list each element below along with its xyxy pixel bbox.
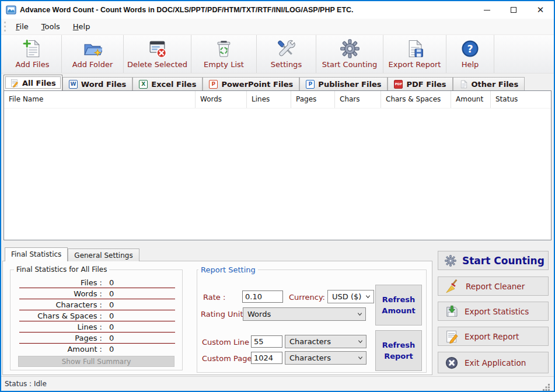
tab-label: Excel Files [151,80,196,89]
tab-general-settings[interactable]: General Settings [68,249,139,261]
bottom-panel: Final Statistics General Settings Final … [1,244,554,376]
rate-label: Rate : [203,293,225,302]
stat-row-lines: Lines : 0 [19,321,175,332]
rating-unit-value: Words [247,310,271,318]
maximize-icon [511,7,516,13]
table-body-empty[interactable] [4,108,551,240]
stat-value: 0 [109,345,114,354]
settings-button[interactable]: Settings [257,35,316,73]
stat-row-chars-spaces: Chars & Spaces : 0 [19,310,175,321]
report-setting-group: Report Setting Rate : Currency: USD ($) … [197,265,427,373]
stat-label: Chars & Spaces : [19,312,102,320]
toolbar-button-label: Delete Selected [127,60,187,69]
custom-line-unit-select[interactable]: Characters [285,335,366,348]
empty-list-button[interactable]: Empty List [191,35,257,73]
close-icon: ✕ [537,6,544,15]
toolbar-button-label: Start Counting [322,60,378,69]
custom-line-label: Custom Line : [202,338,254,346]
status-text: Status : Idle [5,380,47,388]
other-files-icon [459,80,468,89]
delete-selected-button[interactable]: Delete Selected [124,35,191,73]
table-header: File Name Words Lines Pages Chars Chars … [4,91,551,108]
currency-select[interactable]: USD ($) [327,290,374,303]
action-button-panel: Start Counting Report Cleaner Ex [438,244,549,376]
chevron-down-icon [365,294,371,299]
export-report-button[interactable]: Export Report [438,327,549,346]
menu-file[interactable]: File [9,20,35,33]
final-statistics-group-title: Final Statistics for All Files [14,265,109,274]
column-header-file-name[interactable]: File Name [4,91,196,108]
empty-list-icon [214,39,233,58]
stat-label: Words : [19,289,102,298]
currency-label: Currency: [289,293,325,302]
start-counting-button[interactable]: Start Counting [438,251,549,270]
powerpoint-file-icon: P [209,80,218,89]
menu-tools[interactable]: Tools [35,20,67,33]
column-header-words[interactable]: Words [196,91,247,108]
close-button[interactable]: ✕ [527,1,554,19]
tab-pdf-files[interactable]: PDF PDF Files [388,77,452,90]
refresh-report-button[interactable]: Refresh Report [375,330,422,371]
publisher-file-icon: P [306,80,315,89]
column-header-pages[interactable]: Pages [291,91,335,108]
tab-final-statistics[interactable]: Final Statistics [5,247,68,261]
tab-label: Publisher Files [318,80,381,89]
custom-page-unit-select[interactable]: Characters [285,351,366,365]
exit-application-button[interactable]: Exit Application [438,352,549,373]
stat-label: Amount : [19,345,102,354]
tab-label: Word Files [81,80,126,89]
tab-publisher-files[interactable]: P Publisher Files [299,77,388,90]
exit-icon [445,356,459,370]
broom-icon [445,279,460,294]
help-button[interactable]: ? Help [446,35,494,73]
show-full-summary-button[interactable]: Show Full Summary [18,356,174,367]
start-counting-toolbar-button[interactable]: Start Counting [316,35,383,73]
tab-other-files[interactable]: Other Files [453,77,525,90]
add-files-button[interactable]: Add Files [4,35,62,73]
stat-row-words: Words : 0 [19,288,175,299]
action-button-label: Exit Application [465,358,526,368]
action-button-label: Report Cleaner [466,282,525,291]
stat-value: 0 [109,300,114,309]
currency-value: USD ($) [332,292,361,301]
stat-row-pages: Pages : 0 [19,332,175,344]
stat-value: 0 [109,278,114,287]
tab-powerpoint-files[interactable]: P PowerPoint Files [203,77,299,90]
action-button-label: Export Statistics [465,307,529,316]
menu-help[interactable]: Help [67,20,97,33]
tab-word-files[interactable]: W Word Files [62,77,132,90]
export-statistics-button[interactable]: Export Statistics [438,302,549,321]
custom-line-input[interactable] [251,335,282,348]
app-window: Advance Word Count - Count Words in DOC/… [0,0,555,392]
report-cleaner-button[interactable]: Report Cleaner [438,276,549,296]
stat-row-amount: Amount : 0 [19,344,175,355]
file-type-tabstrip: All Files W Word Files X Excel Files P P… [1,74,554,90]
rating-unit-select[interactable]: Words [243,307,366,321]
add-folder-button[interactable]: Add Folder [62,35,124,73]
stat-value: 0 [109,334,114,342]
tab-all-files[interactable]: All Files [4,75,62,90]
resize-grip[interactable] [542,383,550,391]
export-report-icon [405,39,424,58]
column-header-lines[interactable]: Lines [247,91,291,108]
refresh-amount-button[interactable]: Refresh Amount [375,285,422,326]
column-header-chars[interactable]: Chars [335,91,381,108]
export-report-toolbar-button[interactable]: Export Report [383,35,446,73]
gear-icon [445,255,456,267]
app-icon [6,5,16,15]
stat-label: Pages : [19,334,102,342]
rate-input[interactable] [242,290,283,303]
tab-label: PowerPoint Files [221,80,293,89]
column-header-chars-spaces[interactable]: Chars & Spaces [381,91,451,108]
tab-excel-files[interactable]: X Excel Files [132,77,203,90]
maximize-button[interactable] [500,1,527,19]
stat-value: 0 [109,312,114,320]
custom-page-input[interactable] [251,352,282,364]
column-header-amount[interactable]: Amount [451,91,491,108]
toolbar-button-label: Add Folder [72,60,113,69]
minimize-button[interactable] [473,1,500,19]
gear-icon [340,39,359,58]
custom-page-unit-value: Characters [289,354,331,362]
column-header-status[interactable]: Status [491,91,551,108]
toolbar-button-label: Export Report [389,60,441,69]
